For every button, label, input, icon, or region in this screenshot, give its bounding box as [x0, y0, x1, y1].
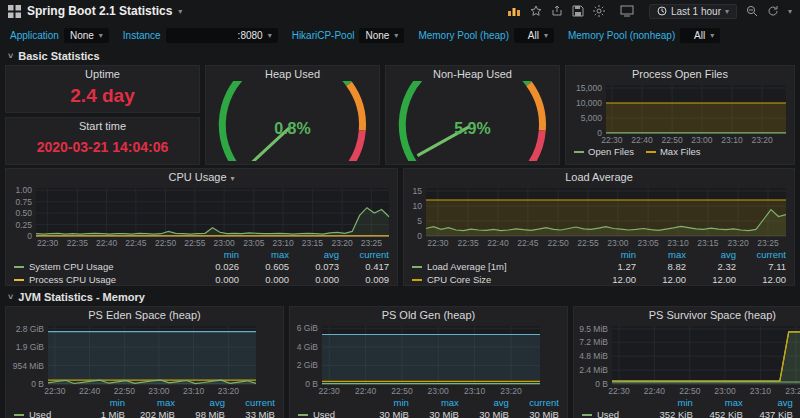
chevron-down-icon: ▾: [710, 31, 714, 40]
svg-text:23:10: 23:10: [464, 386, 486, 396]
legend-col-avg[interactable]: avg: [743, 397, 793, 408]
legend-series-name[interactable]: CPU Core Size: [412, 274, 586, 285]
add-graph-icon[interactable]: [507, 5, 521, 17]
legend-col-current[interactable]: current: [339, 249, 389, 260]
panel-start-time: Start time 2020-03-21 14:04:06: [5, 117, 200, 165]
svg-text:10,000: 10,000: [576, 98, 602, 108]
legend-col-current[interactable]: current: [736, 249, 786, 260]
legend-item[interactable]: Max Files: [646, 146, 701, 157]
panel-heap-title[interactable]: Heap Used: [206, 66, 379, 81]
refresh-icon[interactable]: [767, 5, 779, 17]
svg-text:22:40: 22:40: [355, 386, 377, 396]
legend-col-min[interactable]: min: [586, 249, 636, 260]
section-basic-statistics[interactable]: ˅ Basic Statistics: [0, 48, 800, 63]
svg-text:22:45: 22:45: [517, 238, 539, 248]
panel-oldgen-title[interactable]: PS Old Gen (heap): [290, 307, 567, 322]
top-nav-bar: Spring Boot 2.1 Statistics ▾ Last 1 hour…: [0, 0, 800, 22]
zoom-out-icon[interactable]: [746, 5, 758, 17]
svg-text:0.25: 0.25: [15, 220, 32, 230]
legend-col-avg[interactable]: avg: [459, 397, 509, 408]
legend-series-value: 30 MiB: [359, 409, 409, 418]
panel-eden-title[interactable]: PS Eden Space (heap): [6, 307, 283, 322]
legend-series-name[interactable]: System CPU Usage: [14, 261, 189, 272]
legend-series-row: Used1 MiB202 MiB98 MiB33 MiB: [14, 408, 275, 418]
svg-text:6 GiB: 6 GiB: [297, 323, 319, 333]
panel-heap-used: Heap Used 0.8%: [205, 65, 380, 165]
panel-nonheap-title[interactable]: Non-Heap Used: [386, 66, 559, 81]
legend-col-min[interactable]: min: [359, 397, 409, 408]
legend-col-max[interactable]: max: [409, 397, 459, 408]
legend-col-avg[interactable]: avg: [289, 249, 339, 260]
filter-hikaricp-pool: HikariCP-Pool None▾: [292, 28, 405, 43]
svg-text:23:20: 23:20: [785, 386, 800, 396]
panel-start-time-title[interactable]: Start time: [6, 118, 199, 133]
panel-cpu-title[interactable]: CPU Usage▾: [6, 169, 397, 184]
svg-text:22:50: 22:50: [391, 386, 413, 396]
legend-col-min[interactable]: min: [643, 397, 693, 408]
filter-hikaricp-select[interactable]: None▾: [359, 28, 404, 43]
svg-text:23:20: 23:20: [751, 135, 773, 145]
legend-col-max[interactable]: max: [125, 397, 175, 408]
series-color-swatch: [14, 266, 24, 268]
legend-col-current[interactable]: current: [509, 397, 559, 408]
legend-series-value: 33 MiB: [225, 409, 275, 418]
svg-text:2 GiB: 2 GiB: [297, 360, 319, 370]
dashboard-title[interactable]: Spring Boot 2.1 Statistics: [27, 4, 172, 18]
legend-col-avg[interactable]: avg: [686, 249, 736, 260]
time-range-picker[interactable]: Last 1 hour ▾: [649, 4, 737, 19]
panel-menu-caret-icon[interactable]: ▾: [231, 174, 235, 183]
legend-col-max[interactable]: max: [636, 249, 686, 260]
chevron-down-icon: ▾: [268, 31, 272, 40]
legend-series-value: 12.00: [686, 274, 736, 285]
legend-col-max[interactable]: max: [239, 249, 289, 260]
panel-uptime-title[interactable]: Uptime: [6, 66, 199, 81]
panel-survivor-title[interactable]: PS Survivor Space (heap): [574, 307, 800, 322]
filter-nonheap-select[interactable]: All▾: [680, 28, 720, 43]
filter-heap-select[interactable]: All▾: [514, 28, 554, 43]
legend-series-name[interactable]: Used: [14, 409, 75, 418]
dashboard-grid-icon[interactable]: [8, 5, 21, 18]
legend-series-row: Used352 KiB452 KiB437 KiB352 KiB: [582, 408, 800, 418]
svg-text:23:00: 23:00: [427, 386, 449, 396]
legend-col-min[interactable]: min: [189, 249, 239, 260]
panel-process-open-files: Process Open Files 05,00010,00015,00022:…: [565, 65, 795, 165]
svg-text:1.00: 1.00: [15, 185, 32, 195]
filter-instance-select[interactable]: :8080▾: [166, 28, 278, 43]
legend-col-avg[interactable]: avg: [175, 397, 225, 408]
panel-load-title[interactable]: Load Average: [404, 169, 794, 184]
svg-text:23:10: 23:10: [183, 386, 205, 396]
tv-mode-icon[interactable]: [620, 5, 634, 17]
legend-series-name[interactable]: Process CPU Usage: [14, 274, 189, 285]
legend-col-max[interactable]: max: [693, 397, 743, 408]
load-average-chart[interactable]: 05101522:3022:3522:4022:4522:5022:5523:0…: [404, 184, 794, 248]
legend-series-name[interactable]: Load Average [1m]: [412, 261, 586, 272]
filter-application-select[interactable]: None▾: [64, 28, 109, 43]
legend-series-name[interactable]: Used: [582, 409, 643, 418]
legend-item[interactable]: Open Files: [574, 146, 634, 157]
save-icon[interactable]: [572, 5, 584, 17]
old-gen-chart[interactable]: 0 B2 GiB4 GiB6 GiB22:3022:4022:5023:0023…: [290, 322, 567, 396]
legend-col-current[interactable]: current: [793, 397, 800, 408]
star-icon[interactable]: [530, 5, 542, 17]
legend-series-name[interactable]: Used: [298, 409, 359, 418]
survivor-space-legend: minmaxavgcurrentUsed352 KiB452 KiB437 Ki…: [574, 396, 800, 418]
panel-open-files-title[interactable]: Process Open Files: [566, 66, 794, 81]
chevron-down-icon: ▾: [99, 31, 103, 40]
survivor-space-chart[interactable]: 0 B2.4 MiB4.8 MiB7.2 MiB9.5 MiB22:3022:4…: [574, 322, 800, 396]
gear-icon[interactable]: [593, 5, 605, 17]
legend-col-min[interactable]: min: [75, 397, 125, 408]
svg-text:0 B: 0 B: [31, 379, 44, 389]
svg-text:2.4 MiB: 2.4 MiB: [579, 365, 608, 375]
panel-ps-survivor-space: PS Survivor Space (heap) 0 B2.4 MiB4.8 M…: [573, 306, 800, 418]
title-caret-icon[interactable]: ▾: [178, 7, 182, 16]
eden-space-chart[interactable]: 0 B954 MiB1.9 GiB2.8 GiB22:3022:4022:502…: [6, 322, 283, 396]
refresh-caret-icon[interactable]: ▾: [788, 7, 792, 16]
share-icon[interactable]: [551, 5, 563, 17]
section-jvm-memory[interactable]: ˅ JVM Statistics - Memory: [0, 289, 800, 304]
svg-text:23:25: 23:25: [757, 238, 779, 248]
legend-series-value: 437 KiB: [743, 409, 793, 418]
legend-col-current[interactable]: current: [225, 397, 275, 408]
svg-text:0: 0: [27, 231, 32, 241]
cpu-usage-chart[interactable]: 00.250.500.751.0022:3022:3522:4022:4522:…: [6, 184, 397, 248]
open-files-chart[interactable]: 05,00010,00015,00022:3022:4022:5023:0023…: [566, 81, 794, 145]
